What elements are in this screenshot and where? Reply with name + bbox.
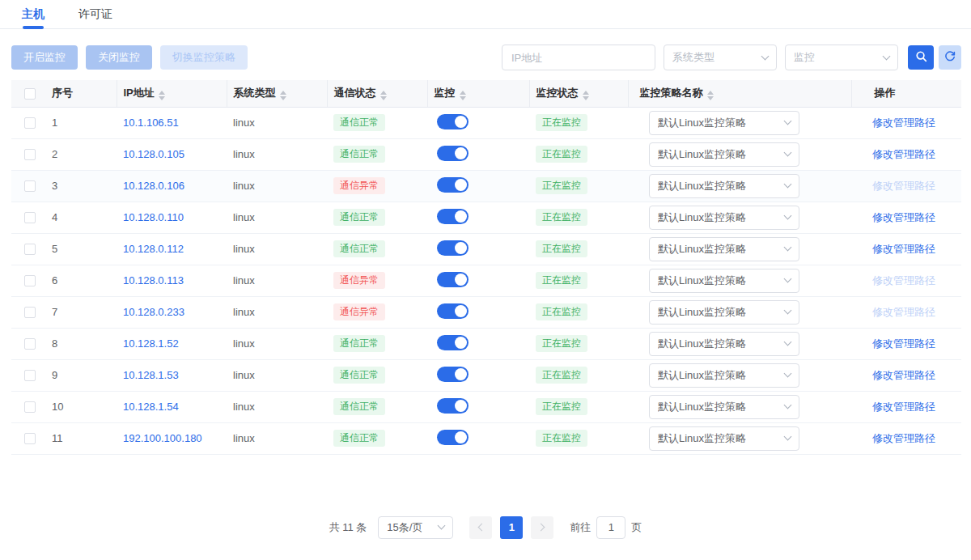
policy-select[interactable]: 默认Linux监控策略	[649, 269, 799, 293]
monitor-toggle[interactable]	[437, 367, 469, 382]
row-checkbox[interactable]	[24, 180, 36, 192]
ip-link[interactable]: 10.128.0.106	[123, 180, 184, 192]
ip-link[interactable]: 10.128.0.112	[123, 243, 184, 255]
table-row: 710.128.0.233linux通信异常正在监控默认Linux监控策略修改管…	[11, 296, 961, 328]
sort-icon[interactable]	[707, 91, 714, 100]
policy-select[interactable]: 默认Linux监控策略	[649, 111, 799, 135]
prev-page-button[interactable]	[469, 516, 492, 539]
select-all-checkbox[interactable]	[24, 88, 36, 100]
column-header-status[interactable]: 监控状态	[529, 80, 628, 107]
column-header-monitor[interactable]: 监控	[427, 80, 529, 107]
modify-path-link[interactable]: 修改管理路径	[872, 148, 935, 160]
policy-select[interactable]: 默认Linux监控策略	[649, 363, 799, 388]
chevron-down-icon	[784, 433, 792, 441]
monitor-toggle[interactable]	[437, 209, 469, 224]
row-checkbox[interactable]	[24, 212, 36, 223]
ip-cell: 10.128.0.110	[117, 202, 227, 233]
system-type-select[interactable]: 系统类型	[664, 45, 777, 70]
chevron-down-icon	[761, 52, 770, 60]
sort-icon[interactable]	[583, 91, 589, 100]
row-checkbox[interactable]	[24, 307, 36, 318]
monitor-toggle[interactable]	[437, 177, 469, 193]
serial-cell: 6	[45, 265, 117, 296]
page-size-select[interactable]: 15条/页	[378, 516, 453, 539]
row-checkbox[interactable]	[24, 149, 36, 160]
tab-hosts[interactable]: 主机	[20, 0, 46, 30]
monitor-toggle[interactable]	[437, 114, 469, 129]
modify-path-link[interactable]: 修改管理路径	[872, 401, 935, 413]
policy-select[interactable]: 默认Linux监控策略	[649, 426, 799, 451]
monitor-toggle[interactable]	[437, 240, 469, 256]
modify-path-link[interactable]: 修改管理路径	[872, 243, 935, 255]
policy-select[interactable]: 默认Linux监控策略	[649, 237, 799, 261]
modify-path-link[interactable]: 修改管理路径	[872, 337, 935, 350]
current-page-button[interactable]: 1	[500, 516, 523, 539]
comm-status-cell: 通信正常	[327, 391, 427, 422]
ip-link[interactable]: 10.128.1.53	[123, 369, 179, 381]
policy-select[interactable]: 默认Linux监控策略	[649, 395, 799, 419]
monitor-toggle[interactable]	[437, 335, 469, 350]
sort-icon[interactable]	[460, 91, 466, 100]
monitor-toggle[interactable]	[437, 146, 469, 161]
modify-path-link[interactable]: 修改管理路径	[872, 432, 935, 444]
sort-icon[interactable]	[380, 91, 387, 100]
monitor-toggle-cell	[427, 138, 529, 170]
table-row: 910.128.1.53linux通信正常正在监控默认Linux监控策略修改管理…	[11, 359, 961, 391]
column-header-system[interactable]: 系统类型	[227, 80, 327, 107]
monitor-toggle[interactable]	[437, 272, 469, 287]
ip-link[interactable]: 10.1.106.51	[123, 117, 179, 129]
refresh-button[interactable]	[939, 45, 961, 70]
ip-search-input[interactable]	[502, 45, 655, 70]
modify-path-link[interactable]: 修改管理路径	[872, 211, 935, 223]
row-checkbox[interactable]	[24, 433, 36, 444]
ip-link[interactable]: 10.128.0.105	[123, 148, 184, 160]
policy-select[interactable]: 默认Linux监控策略	[649, 300, 799, 325]
column-header-comm[interactable]: 通信状态	[327, 80, 427, 107]
ip-link[interactable]: 10.128.0.110	[123, 211, 184, 223]
disable-monitor-button[interactable]: 关闭监控	[86, 45, 152, 70]
row-checkbox[interactable]	[24, 370, 36, 381]
sort-icon[interactable]	[159, 91, 165, 100]
goto-unit: 页	[631, 520, 642, 535]
ip-cell: 10.128.0.106	[117, 170, 227, 202]
goto-page-input[interactable]	[596, 516, 625, 539]
pagination: 共 11 条 15条/页 1 前往 页	[0, 516, 971, 539]
modify-path-link[interactable]: 修改管理路径	[872, 117, 935, 129]
monitor-status-badge: 正在监控	[536, 335, 587, 352]
policy-select[interactable]: 默认Linux监控策略	[649, 332, 799, 356]
ip-link[interactable]: 10.128.0.233	[123, 306, 184, 318]
next-page-button[interactable]	[531, 516, 553, 539]
column-header-ip[interactable]: IP地址	[117, 80, 227, 107]
modify-path-link[interactable]: 修改管理路径	[872, 369, 935, 381]
action-cell: 修改管理路径	[851, 170, 961, 202]
ip-link[interactable]: 10.128.1.52	[123, 337, 179, 350]
enable-monitor-button[interactable]: 开启监控	[11, 45, 78, 70]
policy-select[interactable]: 默认Linux监控策略	[649, 142, 799, 167]
comm-status-badge: 通信异常	[333, 303, 385, 320]
ip-link[interactable]: 10.128.1.54	[123, 401, 179, 413]
search-button[interactable]	[908, 45, 934, 70]
row-checkbox[interactable]	[24, 117, 36, 129]
row-checkbox[interactable]	[24, 338, 36, 350]
policy-select[interactable]: 默认Linux监控策略	[649, 174, 799, 198]
monitor-toggle[interactable]	[437, 430, 469, 445]
column-header-policy[interactable]: 监控策略名称	[628, 80, 851, 107]
switch-policy-button[interactable]: 切换监控策略	[160, 45, 248, 70]
sort-icon[interactable]	[280, 91, 286, 100]
monitor-toggle[interactable]	[437, 398, 469, 414]
row-checkbox[interactable]	[24, 275, 36, 286]
monitor-toggle[interactable]	[437, 303, 469, 319]
row-checkbox[interactable]	[24, 244, 36, 255]
row-checkbox[interactable]	[24, 401, 36, 413]
ip-link[interactable]: 10.128.0.113	[123, 274, 184, 286]
comm-status-cell: 通信正常	[327, 202, 427, 233]
tab-license[interactable]: 许可证	[77, 0, 114, 30]
policy-cell: 默认Linux监控策略	[628, 107, 851, 138]
monitor-select[interactable]: 监控	[785, 45, 898, 70]
monitor-status-cell: 正在监控	[529, 170, 628, 202]
policy-select[interactable]: 默认Linux监控策略	[649, 206, 799, 230]
monitor-status-badge: 正在监控	[536, 272, 587, 289]
comm-status-cell: 通信异常	[327, 170, 427, 202]
ip-cell: 10.128.0.112	[117, 233, 227, 265]
ip-link[interactable]: 192.100.100.180	[123, 432, 202, 444]
